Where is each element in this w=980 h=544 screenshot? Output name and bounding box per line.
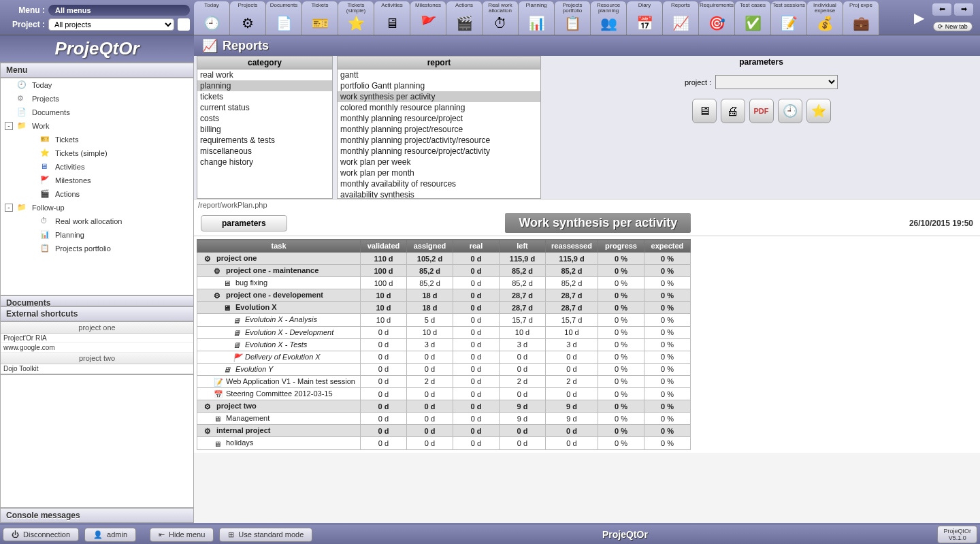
pdf-export-icon[interactable]: PDF xyxy=(749,99,774,123)
category-option[interactable]: tickets xyxy=(197,91,332,102)
report-option[interactable]: gantt xyxy=(338,69,540,80)
tickets-icon: 🎫 xyxy=(309,14,331,33)
param-project-select[interactable] xyxy=(715,75,838,89)
tab-test-cases[interactable]: Test cases✅ xyxy=(735,1,771,35)
tab-projects[interactable]: Projects⚙ xyxy=(230,1,266,35)
sidebar-item-actions[interactable]: 🎬Actions xyxy=(1,187,193,201)
standard-mode-button[interactable]: ⊞Use standard mode xyxy=(219,528,312,542)
tab-individual-expense[interactable]: Individual expense💰 xyxy=(807,1,843,35)
tab-test-sessions[interactable]: Test sessions📝 xyxy=(771,1,807,35)
main-content: 📈 Reports category real workplanningtick… xyxy=(194,35,980,523)
top-tabs: Today🕘Projects⚙Documents📄Tickets🎫Tickets… xyxy=(194,0,913,35)
tab-projects-portfolio[interactable]: Projects portfolio📋 xyxy=(555,1,591,35)
row-type-icon: 🖥 xyxy=(214,415,223,423)
report-table-wrap: taskvalidatedassignedrealleftreassessedp… xyxy=(194,236,980,453)
sidebar-item-tickets[interactable]: 🎫Tickets xyxy=(1,133,193,146)
today-report-icon[interactable]: 🕘 xyxy=(778,99,802,123)
report-option[interactable]: colored monthly resource planning xyxy=(338,102,540,113)
disconnect-button[interactable]: ⏻Disconnection xyxy=(3,528,79,541)
category-option[interactable]: real work xyxy=(197,69,332,80)
view-report-icon[interactable]: 🖥 xyxy=(692,99,717,123)
tab-milestones[interactable]: Milestones🚩 xyxy=(410,1,446,35)
sidebar-item-documents[interactable]: 📄Documents xyxy=(1,106,193,119)
report-option[interactable]: monthly planning resource/project/activi… xyxy=(338,146,540,157)
sidebar-item-projects-portfolio[interactable]: 📋Projects portfolio xyxy=(1,242,193,255)
tab-real-work-allocation[interactable]: Real work allocation⏱ xyxy=(483,1,519,35)
category-option[interactable]: planning xyxy=(197,80,332,91)
sidebar-item-today[interactable]: 🕘Today xyxy=(1,78,193,92)
collapse-icon: ⇤ xyxy=(159,530,165,539)
category-option[interactable]: requirements & tests xyxy=(197,135,332,146)
nav-item-icon: 📄 xyxy=(17,108,28,117)
category-option[interactable]: change history xyxy=(197,157,332,167)
nav-item-icon: 🎫 xyxy=(40,135,51,144)
sidebar-item-follow-up[interactable]: -📁Follow-up xyxy=(1,201,193,214)
row-type-icon: 🖥 xyxy=(223,304,233,312)
nav-forward-icon[interactable]: ➡ xyxy=(954,3,973,16)
sidebar-item-planning[interactable]: 📊Planning xyxy=(1,228,193,242)
row-type-icon: 🖥 xyxy=(223,279,233,287)
tab-activities[interactable]: Activities🖥 xyxy=(374,1,410,35)
category-option[interactable]: current status xyxy=(197,102,332,113)
report-option[interactable]: work plan per month xyxy=(338,167,540,178)
print-report-icon[interactable]: 🖨 xyxy=(721,99,745,123)
edit-project-icon[interactable] xyxy=(178,18,190,31)
report-option[interactable]: monthly planning project/activity/resour… xyxy=(338,135,540,146)
tab-requirements[interactable]: Requirements🎯 xyxy=(699,1,735,35)
sidebar-item-work[interactable]: -📁Work xyxy=(1,119,193,133)
sidebar-item-real-work-allocation[interactable]: ⏱Real work allocation xyxy=(1,214,193,228)
hide-menu-button[interactable]: ⇤Hide menu xyxy=(150,528,214,542)
param-project-label: project : xyxy=(685,78,711,86)
table-row: 🖥Evolution X - Tests0 d3 d0 d3 d3 d0 %0 … xyxy=(197,338,691,351)
report-option[interactable]: work synthesis per activity xyxy=(338,91,540,102)
nav-item-icon: ⭐ xyxy=(40,148,51,158)
tab-planning[interactable]: Planning📊 xyxy=(519,1,555,35)
new-tab-button[interactable]: ⟳ New tab xyxy=(933,22,973,31)
sidebar-item-projects[interactable]: ⚙Projects xyxy=(1,92,193,106)
documents-icon: 📄 xyxy=(273,14,295,33)
sidebar-item-milestones[interactable]: 🚩Milestones xyxy=(1,174,193,187)
shortcut-link[interactable]: Project'Or RIA xyxy=(1,334,193,343)
tab-documents[interactable]: Documents📄 xyxy=(266,1,302,35)
category-option[interactable]: costs xyxy=(197,113,332,124)
favorite-report-icon[interactable]: ⭐ xyxy=(806,99,831,123)
expand-icon[interactable]: - xyxy=(5,204,13,212)
tab-tickets[interactable]: Tickets🎫 xyxy=(302,1,338,35)
console-panel-header[interactable]: Console messages xyxy=(0,508,194,523)
sidebar-item-tickets-(simple)[interactable]: ⭐Tickets (simple) xyxy=(1,146,193,160)
tab-tickets-(simple)[interactable]: Tickets (simple)⭐ xyxy=(338,1,374,35)
expand-icon[interactable]: - xyxy=(5,122,13,130)
nav-tree[interactable]: 🕘Today⚙Projects📄Documents-📁Work🎫Tickets⭐… xyxy=(0,78,194,295)
menu-selector[interactable]: All menus xyxy=(48,5,190,16)
shortcut-link[interactable]: www.google.com xyxy=(1,343,193,353)
shortcuts-panel-header[interactable]: External shortcuts xyxy=(0,306,194,321)
requirements-icon: 🎯 xyxy=(706,14,728,33)
user-button[interactable]: 👤admin xyxy=(84,528,136,542)
projects-icon: ⚙ xyxy=(237,14,259,33)
tab-diary[interactable]: Diary📅 xyxy=(627,1,663,35)
table-row: 🖥holidays0 d0 d0 d0 d0 d0 %0 % xyxy=(197,437,691,449)
nav-back-icon[interactable]: ⬅ xyxy=(932,3,951,16)
tab-proj-expe[interactable]: Proj expe💼 xyxy=(843,1,879,35)
tab-reports[interactable]: Reports📈 xyxy=(663,1,699,35)
report-option[interactable]: portfolio Gantt planning xyxy=(338,80,540,91)
report-list[interactable]: ganttportfolio Gantt planningwork synthe… xyxy=(338,69,540,198)
category-option[interactable]: billing xyxy=(197,124,332,135)
parameters-tab[interactable]: parameters xyxy=(201,215,287,231)
tab-resource-planning[interactable]: Resource planning👥 xyxy=(591,1,627,35)
category-option[interactable]: miscellaneous xyxy=(197,146,332,157)
report-option[interactable]: work plan per week xyxy=(338,157,540,167)
report-option[interactable]: monthly availability of resources xyxy=(338,178,540,189)
table-row: 🖥Evolution Y0 d0 d0 d0 d0 d0 %0 % xyxy=(197,363,691,375)
tab-today[interactable]: Today🕘 xyxy=(194,1,230,35)
tabs-overflow-icon[interactable]: ▶ xyxy=(913,0,926,35)
sidebar-item-activities[interactable]: 🖥Activities xyxy=(1,160,193,174)
report-option[interactable]: availability synthesis xyxy=(338,189,540,198)
tab-actions[interactable]: Actions🎬 xyxy=(446,1,483,35)
report-option[interactable]: monthly planning project/resource xyxy=(338,124,540,135)
documents-panel-header[interactable]: Documents xyxy=(0,295,194,306)
project-selector[interactable]: All projects xyxy=(48,18,174,31)
report-option[interactable]: monthly planning resource/project xyxy=(338,113,540,124)
category-list[interactable]: real workplanningticketscurrent statusco… xyxy=(197,69,332,198)
shortcut-link[interactable]: Dojo Toolkit xyxy=(1,364,193,374)
